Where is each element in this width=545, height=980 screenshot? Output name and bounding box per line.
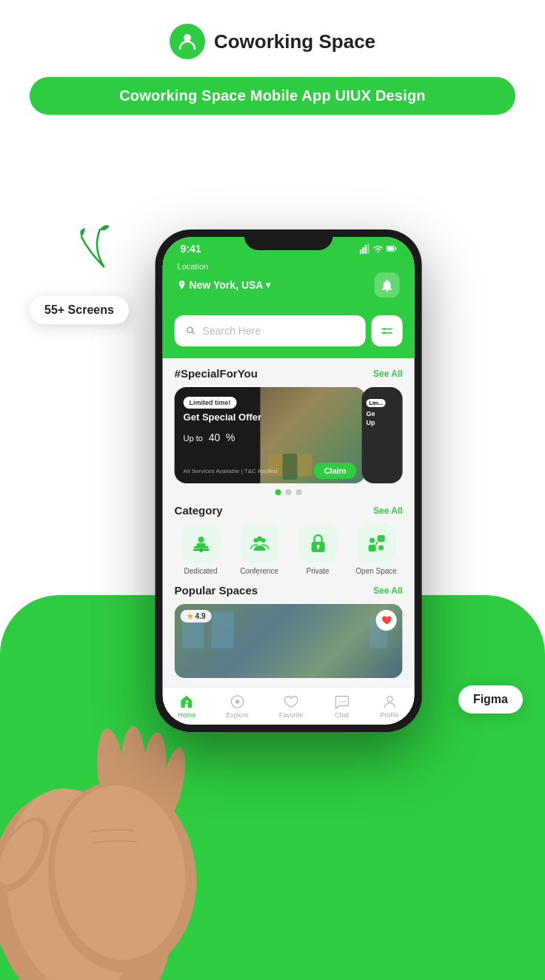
chat-icon [334, 694, 349, 709]
nav-favorite[interactable]: Favorite [279, 694, 304, 719]
promo-terms: All Services Available | T&C Applied [184, 468, 278, 474]
status-icons [360, 244, 397, 254]
categories-list: Dedicated [175, 524, 403, 575]
private-icon [307, 533, 328, 554]
filter-icon [381, 324, 394, 338]
svg-point-33 [341, 701, 343, 702]
location-row: New York, USA ▾ [178, 272, 400, 298]
status-time: 9:41 [181, 243, 201, 255]
category-private[interactable]: Private [292, 524, 344, 575]
nav-chat[interactable]: Chat [333, 694, 350, 719]
svg-rect-24 [317, 547, 318, 549]
signal-icon [360, 244, 370, 254]
svg-rect-1 [360, 249, 362, 254]
battery-icon [387, 244, 397, 254]
home-nav-icon [178, 694, 195, 710]
svg-rect-2 [362, 247, 364, 254]
special-see-all[interactable]: See All [373, 369, 403, 379]
svg-rect-4 [367, 244, 370, 254]
special-section-title: #SpecialForYou [175, 367, 258, 380]
category-see-all[interactable]: See All [373, 506, 403, 516]
svg-point-34 [344, 701, 346, 702]
category-conference[interactable]: Conference [233, 524, 286, 575]
heart-icon [381, 615, 392, 625]
svg-point-31 [235, 699, 239, 703]
dot-3 [296, 489, 302, 495]
promo-discount: Up to 40 % [184, 424, 271, 445]
bottom-navigation: Home Explore [163, 687, 415, 725]
profile-nav-label: Profile [380, 711, 399, 719]
svg-point-27 [370, 538, 375, 543]
location-value[interactable]: New York, USA ▾ [178, 279, 271, 291]
svg-point-32 [339, 701, 341, 702]
dedicated-icon-bg [181, 524, 220, 563]
favorite-button[interactable] [376, 610, 397, 631]
promo-percent: % [226, 432, 235, 443]
dedicated-icon [190, 533, 211, 554]
wifi-icon [373, 244, 384, 254]
category-openspace[interactable]: Open Space [350, 524, 403, 575]
filter-button[interactable] [372, 315, 403, 346]
dot-2 [286, 489, 292, 495]
rating-value: 4.9 [195, 612, 206, 620]
openspace-icon-bg [357, 524, 395, 563]
dot-1 [275, 489, 281, 495]
notification-bell-button[interactable] [375, 272, 400, 298]
rating-badge: ★ 4.9 [181, 610, 212, 622]
svg-rect-26 [377, 535, 384, 542]
home-icon [179, 694, 194, 709]
app-header: Location New York, USA ▾ [163, 258, 415, 309]
promo-footer: All Services Available | T&C Applied Cla… [175, 458, 366, 483]
popular-see-all[interactable]: See All [373, 585, 403, 596]
phone-notch [244, 229, 333, 250]
claim-button[interactable]: Claim [314, 463, 357, 479]
svg-point-29 [185, 700, 188, 703]
popular-section-title: Popular Spaces [175, 584, 258, 597]
chat-nav-label: Chat [335, 711, 349, 719]
search-input[interactable]: Search Here [175, 315, 366, 346]
search-placeholder: Search Here [203, 325, 261, 337]
promo-title: Get Special Offer [184, 412, 271, 423]
banner-text: Coworking Space Mobile App UIUX Design [119, 87, 426, 104]
favorite-nav-icon [283, 694, 299, 710]
nav-explore[interactable]: Explore [226, 694, 249, 719]
nav-home[interactable]: Home [178, 694, 195, 719]
main-content: #SpecialForYou See All [163, 358, 415, 687]
explore-nav-label: Explore [226, 711, 249, 719]
screens-count-label: 55+ Screens [30, 296, 129, 324]
private-label: Private [307, 567, 330, 575]
conference-icon [249, 533, 270, 554]
nav-profile[interactable]: Profile [380, 694, 399, 719]
svg-rect-25 [368, 545, 375, 551]
app-title: Coworking Space [214, 30, 375, 53]
openspace-icon [366, 533, 387, 554]
openspace-label: Open Space [355, 567, 397, 575]
star-icon: ★ [187, 612, 193, 620]
popular-card-1[interactable]: ★ 4.9 [175, 604, 403, 678]
favorite-nav-label: Favorite [279, 711, 304, 719]
private-icon-bg [298, 524, 337, 563]
dedicated-label: Dedicated [184, 567, 218, 575]
svg-rect-12 [381, 328, 392, 330]
svg-point-28 [378, 546, 384, 551]
svg-rect-18 [193, 549, 209, 551]
category-dedicated[interactable]: Dedicated [175, 524, 227, 575]
promo-card-main[interactable]: Limited time! Get Special Offer Up to 40… [175, 387, 366, 483]
profile-nav-icon [381, 694, 398, 710]
phone-screen: 9:41 [163, 237, 415, 725]
search-icon [185, 325, 197, 337]
page-header: Coworking Space [0, 0, 545, 71]
phone-frame: 9:41 [156, 229, 422, 732]
promo-card-secondary: Lim... GeUp [362, 387, 403, 483]
home-nav-label: Home [178, 711, 195, 719]
carousel-dots [175, 489, 403, 495]
svg-rect-6 [395, 247, 396, 250]
promo-cards-container: Limited time! Get Special Offer Up to 40… [175, 387, 403, 483]
secondary-title: GeUp [367, 410, 398, 427]
explore-icon [230, 694, 244, 709]
chat-nav-icon [333, 694, 350, 710]
svg-point-21 [257, 537, 262, 542]
svg-rect-13 [381, 332, 392, 334]
figma-label: Figma [458, 685, 523, 714]
chevron-down-icon: ▾ [266, 280, 270, 290]
